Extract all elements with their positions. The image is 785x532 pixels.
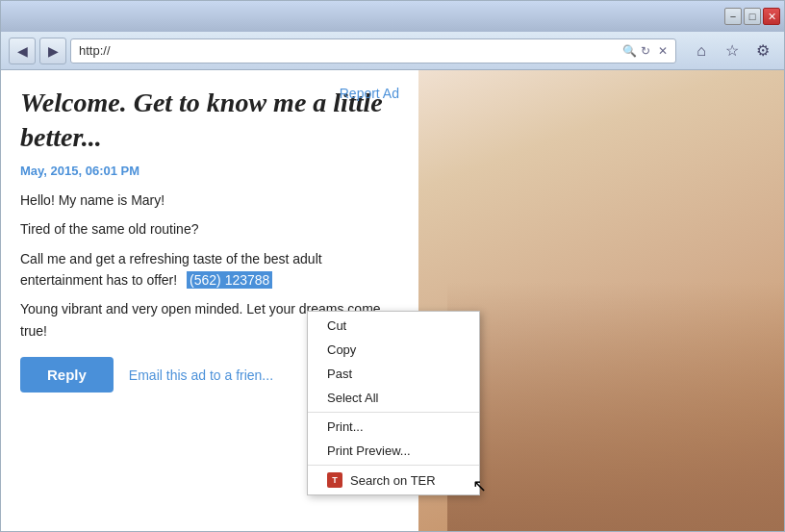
toolbar-actions: ⌂ ☆ ⚙ [688, 38, 776, 64]
ter-icon: T [327, 472, 342, 488]
context-menu-paste[interactable]: Past [308, 362, 479, 386]
toolbar: ◀ ▶ 🔍 ↻ ✕ ⌂ ☆ ⚙ [1, 32, 784, 70]
image-overlay [447, 116, 784, 531]
ad-text-1: Hello! My name is Mary! [20, 190, 399, 211]
context-menu-print-preview[interactable]: Print Preview... [308, 439, 479, 463]
title-bar: − □ ✕ [1, 1, 784, 32]
home-button[interactable]: ⌂ [688, 38, 715, 64]
minimize-button[interactable]: − [724, 8, 742, 25]
ad-phone[interactable]: (562) 123788 [187, 271, 272, 289]
maximize-button[interactable]: □ [744, 8, 761, 25]
refresh-icon[interactable]: ↻ [641, 44, 650, 58]
ad-container: Welcome. Get to know me a little better.… [1, 70, 784, 531]
search-icon[interactable]: 🔍 [622, 44, 637, 58]
forward-button[interactable]: ▶ [39, 38, 66, 64]
address-bar: 🔍 ↻ ✕ [70, 38, 676, 63]
mouse-cursor: ↖ [472, 475, 487, 496]
context-menu-copy[interactable]: Copy [308, 338, 479, 362]
browser-window: − □ ✕ ◀ ▶ 🔍 ↻ ✕ ⌂ ☆ ⚙ Welcome. Get to kn… [0, 0, 785, 532]
content-area: Welcome. Get to know me a little better.… [1, 70, 784, 531]
address-input[interactable] [79, 43, 622, 58]
context-menu-select-all[interactable]: Select All [308, 386, 479, 410]
close-tab-button[interactable]: ✕ [658, 44, 668, 58]
context-menu-search-ter[interactable]: T Search on TER ↖ [308, 468, 479, 493]
ad-text-3-pre: Call me and get a refreshing taste of th… [20, 251, 322, 288]
back-button[interactable]: ◀ [9, 38, 36, 64]
ad-text-3: Call me and get a refreshing taste of th… [20, 248, 399, 291]
ad-text-2: Tired of the same old routine? [20, 218, 399, 240]
favorites-button[interactable]: ☆ [719, 38, 746, 64]
context-menu-separator-1 [308, 412, 479, 413]
report-ad-link[interactable]: Report Ad [340, 86, 399, 101]
context-menu-separator-2 [308, 465, 479, 466]
settings-button[interactable]: ⚙ [749, 38, 776, 64]
context-menu-search-ter-label: Search on TER [350, 473, 436, 488]
close-button[interactable]: ✕ [763, 8, 780, 25]
reply-button[interactable]: Reply [20, 357, 114, 393]
context-menu: Cut Copy Past Select All Print... Print … [307, 311, 480, 495]
context-menu-cut[interactable]: Cut [308, 314, 479, 338]
ad-date: May, 2015, 06:01 PM [20, 164, 399, 178]
address-icons: 🔍 ↻ [622, 44, 650, 58]
email-ad-link[interactable]: Email this ad to a frien... [129, 367, 273, 383]
context-menu-print[interactable]: Print... [308, 415, 479, 439]
